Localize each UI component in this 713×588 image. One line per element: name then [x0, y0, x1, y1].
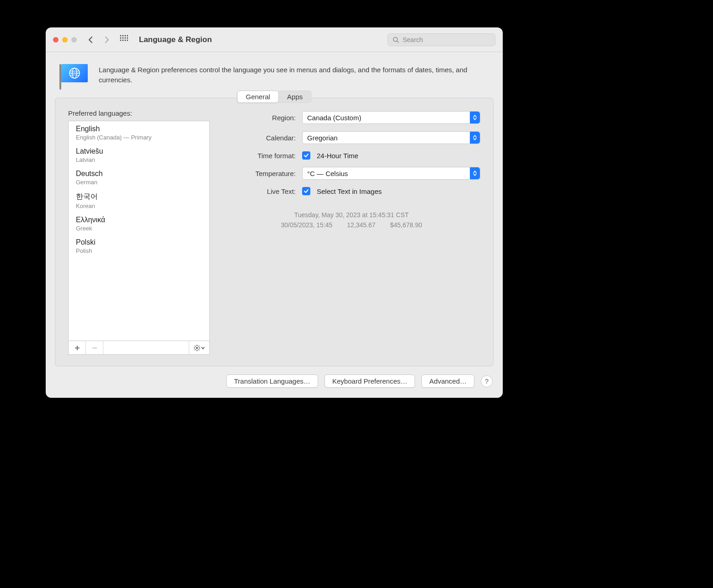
list-item[interactable]: Ελληνικά Greek	[69, 212, 209, 235]
svg-point-8	[120, 39, 122, 41]
sample-date: 30/05/2023, 15:45	[281, 221, 332, 229]
language-region-icon	[59, 64, 88, 90]
svg-point-10	[125, 39, 126, 41]
check-icon	[303, 188, 309, 194]
svg-point-5	[122, 37, 124, 38]
language-sub: Korean	[76, 203, 202, 209]
language-list[interactable]: English English (Canada) — Primary Latvi…	[68, 121, 210, 341]
svg-point-7	[127, 37, 128, 38]
language-sub: Greek	[76, 225, 202, 232]
search-input[interactable]	[403, 36, 490, 43]
language-sub: German	[76, 179, 202, 186]
close-button[interactable]	[53, 37, 59, 43]
pane-description: Language & Region preferences control th…	[99, 64, 490, 85]
svg-point-11	[127, 39, 128, 41]
minus-icon	[92, 345, 97, 351]
language-toolbar	[68, 341, 210, 355]
advanced-button[interactable]: Advanced…	[421, 374, 474, 388]
tab-bar: General Apps	[237, 91, 312, 103]
chevron-left-icon	[88, 36, 93, 43]
svg-line-28	[198, 346, 199, 347]
svg-point-0	[120, 35, 122, 36]
svg-line-27	[195, 349, 196, 350]
language-native: English	[76, 125, 202, 133]
remove-language-button[interactable]	[86, 341, 103, 354]
maximize-button	[71, 37, 77, 43]
check-icon	[303, 153, 309, 158]
show-all-button[interactable]	[120, 35, 128, 45]
temperature-label: Temperature:	[223, 170, 296, 177]
help-button[interactable]: ?	[481, 375, 493, 387]
back-button[interactable]	[84, 33, 97, 46]
search-field[interactable]	[388, 33, 495, 46]
livetext-check-label: Select Text in Images	[317, 187, 382, 195]
calendar-label: Calendar:	[223, 134, 296, 142]
timeformat-checkbox[interactable]	[302, 151, 310, 160]
content-panel: General Apps Preferred languages: Englis…	[55, 98, 494, 366]
translation-languages-button[interactable]: Translation Languages…	[226, 374, 318, 388]
list-item[interactable]: Latviešu Latvian	[69, 144, 209, 166]
language-actions-menu[interactable]	[189, 341, 209, 354]
svg-point-20	[196, 347, 198, 349]
livetext-checkbox[interactable]	[302, 187, 310, 195]
minimize-button[interactable]	[62, 37, 68, 43]
titlebar: Language & Region	[46, 27, 503, 52]
svg-point-6	[125, 37, 126, 38]
sample-currency: $45,678.90	[390, 221, 422, 229]
chevron-down-icon	[201, 346, 205, 350]
language-sub: English (Canada) — Primary	[76, 134, 202, 141]
svg-point-4	[120, 37, 122, 38]
sample-datetime: Tuesday, May 30, 2023 at 15:45:31 CST	[223, 210, 480, 220]
globe-icon	[69, 67, 80, 79]
svg-point-1	[122, 35, 124, 36]
list-item[interactable]: Deutsch German	[69, 166, 209, 188]
temperature-select[interactable]: °C — Celsius	[302, 167, 480, 180]
list-item[interactable]: Polski Polish	[69, 235, 209, 257]
list-item[interactable]: 한국어 Korean	[69, 188, 209, 212]
region-select[interactable]: Canada (Custom)	[302, 111, 480, 124]
svg-line-13	[397, 41, 399, 43]
select-stepper-icon	[470, 132, 480, 144]
language-sub: Latvian	[76, 156, 202, 163]
window-controls	[53, 37, 77, 43]
chevron-right-icon	[104, 36, 110, 43]
window-title: Language & Region	[139, 35, 212, 44]
preferences-window: Language & Region Language & Region pref…	[46, 27, 503, 398]
plus-icon	[74, 345, 80, 351]
select-stepper-icon	[470, 167, 480, 179]
preferred-languages-label: Preferred languages:	[68, 109, 210, 117]
select-stepper-icon	[470, 112, 480, 123]
language-native: 한국어	[76, 192, 202, 202]
list-item[interactable]: English English (Canada) — Primary	[69, 121, 209, 144]
language-native: Ελληνικά	[76, 216, 202, 224]
temperature-value: °C — Celsius	[307, 170, 348, 177]
language-native: Deutsch	[76, 170, 202, 178]
forward-button[interactable]	[101, 33, 113, 46]
timeformat-check-label: 24-Hour Time	[317, 152, 358, 160]
keyboard-preferences-button[interactable]: Keyboard Preferences…	[325, 374, 415, 388]
region-label: Region:	[223, 114, 296, 122]
tab-general[interactable]: General	[237, 91, 279, 103]
language-native: Latviešu	[76, 147, 202, 155]
language-sub: Polish	[76, 247, 202, 254]
calendar-select[interactable]: Gregorian	[302, 131, 480, 144]
language-native: Polski	[76, 238, 202, 246]
timeformat-label: Time format:	[223, 152, 296, 160]
svg-point-2	[125, 35, 126, 36]
grid-icon	[120, 35, 128, 43]
search-icon	[393, 37, 399, 43]
tab-apps[interactable]: Apps	[279, 91, 311, 103]
bottom-button-bar: Translation Languages… Keyboard Preferen…	[46, 374, 503, 398]
region-value: Canada (Custom)	[307, 114, 361, 122]
svg-point-9	[122, 39, 124, 41]
svg-line-26	[198, 349, 199, 350]
format-sample: Tuesday, May 30, 2023 at 15:45:31 CST 30…	[223, 210, 480, 230]
add-language-button[interactable]	[69, 341, 86, 354]
sample-number: 12,345.67	[347, 221, 375, 229]
livetext-label: Live Text:	[223, 187, 296, 195]
svg-line-25	[195, 346, 196, 347]
calendar-value: Gregorian	[307, 134, 338, 142]
gear-icon	[194, 345, 200, 351]
svg-point-3	[127, 35, 128, 36]
